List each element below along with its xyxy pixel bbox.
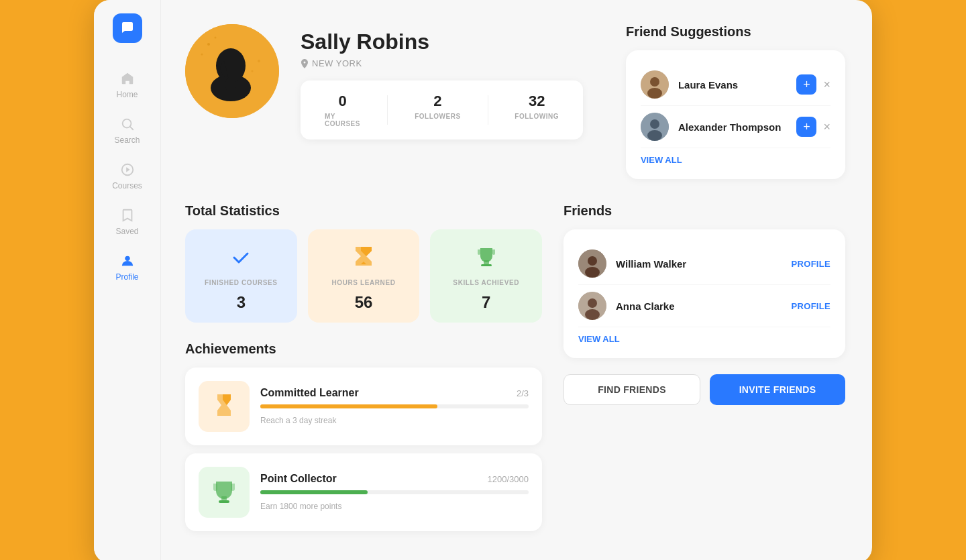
svg-point-7 (201, 54, 203, 56)
suggestion-laura-actions: + × (796, 74, 830, 95)
add-laura-button[interactable]: + (796, 74, 816, 95)
avatar (185, 24, 279, 118)
profile-stats-card: 0 MY COURSES 2 FOLLOWERS 32 FOLLOWING (301, 80, 583, 139)
main-content: Sally Robins NEW YORK 0 MY COURSES 2 (161, 0, 872, 560)
achievement-points: Point Collector 1200/3000 Earn 1800 more… (185, 453, 542, 531)
svg-rect-12 (225, 79, 236, 90)
svg-point-6 (215, 37, 217, 39)
friends-title: Friends (564, 203, 845, 219)
svg-point-3 (125, 256, 129, 261)
svg-marker-2 (126, 167, 130, 172)
sidebar: Home Search Courses (94, 0, 161, 560)
friend-william-avatar (578, 249, 606, 278)
svg-point-9 (252, 70, 254, 72)
sidebar-item-courses[interactable]: Courses (94, 153, 160, 199)
william-profile-button[interactable]: PROFILE (792, 259, 830, 269)
point-collector-content: Point Collector 1200/3000 Earn 1800 more… (260, 473, 529, 512)
suggestion-alexander-avatar (641, 113, 669, 141)
sidebar-item-home[interactable]: Home (94, 62, 160, 107)
profile-info: Sally Robins NEW YORK 0 MY COURSES 2 (301, 24, 583, 139)
svg-point-17 (650, 119, 659, 129)
dismiss-laura-button[interactable]: × (823, 78, 830, 92)
dismiss-alexander-button[interactable]: × (823, 120, 830, 134)
suggestion-alexander-name: Alexander Thompson (678, 121, 788, 133)
sidebar-item-search[interactable]: Search (94, 107, 160, 153)
add-alexander-button[interactable]: + (796, 117, 816, 137)
svg-rect-21 (221, 496, 227, 500)
right-panel: Friend Suggestions Laura Evans (626, 24, 845, 179)
svg-point-8 (258, 60, 260, 62)
friend-suggestions-title: Friend Suggestions (626, 24, 845, 40)
friend-suggestions-card: Laura Evans + × (626, 50, 845, 179)
committed-progress-bar-fill (260, 404, 437, 408)
achievements-title: Achievements (185, 341, 542, 357)
suggestions-view-all[interactable]: VIEW ALL (641, 148, 682, 165)
friend-anna: Anna Clarke PROFILE (578, 285, 830, 327)
committed-learner-header: Committed Learner 2/3 (260, 387, 529, 399)
right-column-bottom: Friends William Walker PROF (564, 203, 845, 539)
point-collector-header: Point Collector 1200/3000 (260, 473, 529, 485)
committed-learner-icon-box (199, 381, 250, 432)
search-icon (119, 115, 136, 133)
saved-icon (119, 207, 136, 224)
trophy-icon (472, 243, 501, 272)
total-statistics-title: Total Statistics (185, 203, 542, 219)
total-statistics-section: Total Statistics FINISHED COURSES 3 (185, 203, 542, 323)
friends-section: Friends William Walker PROF (564, 203, 845, 358)
stat-following: 32 FOLLOWING (515, 93, 559, 127)
sidebar-item-profile[interactable]: Profile (94, 244, 160, 290)
friends-view-all[interactable]: VIEW ALL (578, 327, 620, 344)
profile-location: NEW YORK (301, 58, 583, 68)
svg-point-18 (647, 130, 662, 141)
stats-grid: FINISHED COURSES 3 (185, 229, 542, 323)
home-icon (119, 70, 136, 87)
friend-william: William Walker PROFILE (578, 243, 830, 285)
svg-rect-19 (484, 260, 489, 264)
profile-icon (119, 252, 136, 270)
stat-followers: 2 FOLLOWERS (415, 93, 460, 127)
achievements-section: Achievements Committed Learner (185, 341, 542, 539)
friends-card: William Walker PROFILE An (564, 229, 845, 358)
svg-point-27 (588, 298, 597, 308)
friend-anna-name: Anna Clarke (616, 300, 782, 312)
sidebar-item-profile-label: Profile (115, 272, 138, 282)
svg-rect-20 (481, 264, 492, 266)
sidebar-item-search-label: Search (114, 135, 140, 145)
stat-skills-achieved: SKILLS ACHIEVED 7 (430, 229, 542, 323)
point-collector-icon-box (199, 467, 250, 518)
bottom-section: Total Statistics FINISHED COURSES 3 (185, 203, 845, 539)
svg-point-5 (207, 43, 210, 46)
sidebar-item-saved-label: Saved (115, 227, 138, 236)
suggestion-alexander-actions: + × (796, 117, 830, 137)
svg-point-28 (585, 309, 600, 320)
achievement-committed: Committed Learner 2/3 Reach a 3 day stre… (185, 368, 542, 445)
committed-learner-content: Committed Learner 2/3 Reach a 3 day stre… (260, 387, 529, 426)
invite-friends-button[interactable]: INVITE FRIENDS (710, 374, 845, 405)
stat-my-courses: 0 MY COURSES (325, 93, 360, 127)
friend-anna-avatar (578, 292, 606, 320)
friend-william-name: William Walker (616, 258, 782, 270)
suggestion-laura-name: Laura Evans (678, 79, 788, 91)
suggestion-laura: Laura Evans + × (641, 64, 830, 106)
profile-name: Sally Robins (301, 30, 583, 54)
logo-button[interactable] (113, 13, 142, 43)
sidebar-item-saved[interactable]: Saved (94, 199, 160, 244)
svg-rect-22 (219, 500, 229, 503)
checkmark-icon (226, 243, 256, 272)
suggestion-laura-avatar (641, 70, 669, 99)
hourglass-icon (349, 243, 378, 272)
sidebar-item-courses-label: Courses (112, 181, 142, 190)
left-column: Total Statistics FINISHED COURSES 3 (185, 203, 542, 539)
svg-point-25 (585, 267, 600, 278)
courses-icon (119, 161, 136, 178)
anna-profile-button[interactable]: PROFILE (792, 301, 830, 311)
suggestion-alexander: Alexander Thompson + × (641, 106, 830, 148)
points-progress-bar-bg (260, 490, 529, 494)
find-friends-button[interactable]: FIND FRIENDS (564, 374, 700, 405)
stat-finished-courses: FINISHED COURSES 3 (185, 229, 297, 323)
svg-point-14 (650, 77, 659, 87)
profile-header: Sally Robins NEW YORK 0 MY COURSES 2 (185, 24, 845, 179)
sidebar-item-home-label: Home (116, 90, 138, 99)
svg-point-11 (216, 48, 246, 83)
friend-suggestions-section: Friend Suggestions Laura Evans (626, 24, 845, 179)
